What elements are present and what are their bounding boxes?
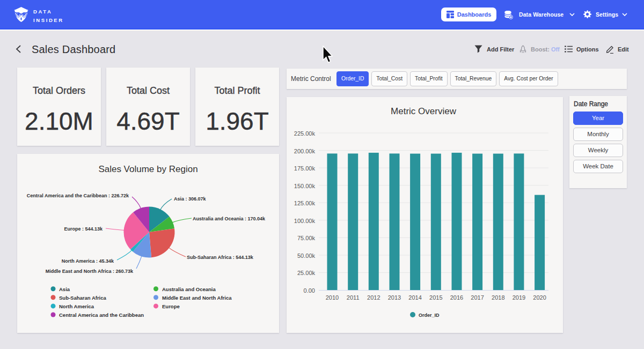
svg-text:North America : 45.34k: North America : 45.34k: [62, 258, 114, 264]
svg-text:Metric Overview: Metric Overview: [391, 106, 457, 116]
svg-text:25.00k: 25.00k: [297, 270, 316, 276]
svg-text:2015: 2015: [429, 294, 442, 301]
svg-text:Central America and the Caribb: Central America and the Caribbean : 226.…: [27, 193, 129, 198]
svg-text:200.00k: 200.00k: [294, 148, 316, 154]
svg-text:2014: 2014: [408, 294, 421, 301]
svg-text:2012: 2012: [367, 294, 380, 301]
svg-text:75.00k: 75.00k: [297, 235, 316, 241]
svg-text:Middle East and North Africa :: Middle East and North Africa : 260.73k: [46, 269, 134, 274]
svg-text:Sub-Saharan Africa: Sub-Saharan Africa: [59, 295, 107, 301]
svg-text:2017: 2017: [471, 294, 484, 301]
svg-text:Order_ID: Order_ID: [419, 313, 440, 318]
svg-text:North America: North America: [59, 303, 94, 309]
svg-text:2011: 2011: [347, 294, 360, 301]
svg-text:Asia: Asia: [59, 286, 70, 292]
svg-text:175.00k: 175.00k: [294, 165, 316, 172]
svg-text:225.00k: 225.00k: [294, 130, 316, 137]
svg-text:Sales Volume by Region: Sales Volume by Region: [98, 164, 197, 174]
svg-text:Middle East and North Africa: Middle East and North Africa: [162, 295, 232, 301]
svg-text:150.00k: 150.00k: [294, 183, 316, 189]
svg-text:2010: 2010: [326, 294, 339, 301]
svg-text:Australia and Oceania: Australia and Oceania: [162, 286, 216, 292]
svg-text:125.00k: 125.00k: [294, 200, 316, 206]
svg-text:0.00: 0.00: [304, 287, 315, 294]
svg-text:2013: 2013: [388, 294, 401, 301]
svg-text:2016: 2016: [450, 294, 463, 301]
svg-text:Sub-Saharan Africa : 544.13k: Sub-Saharan Africa : 544.13k: [187, 255, 254, 260]
svg-text:Europe: Europe: [162, 303, 180, 309]
svg-text:Central America and the Caribb: Central America and the Caribbean: [59, 312, 144, 318]
svg-text:100.00k: 100.00k: [294, 218, 316, 224]
svg-text:Australia and Oceania : 170.04: Australia and Oceania : 170.04k: [193, 216, 266, 221]
svg-text:2018: 2018: [492, 294, 504, 301]
svg-text:Europe : 544.13k: Europe : 544.13k: [64, 226, 103, 232]
svg-text:50.00k: 50.00k: [297, 253, 316, 259]
svg-text:2020: 2020: [533, 294, 546, 301]
svg-text:Asia : 306.07k: Asia : 306.07k: [174, 196, 207, 202]
svg-text:2019: 2019: [513, 294, 525, 301]
